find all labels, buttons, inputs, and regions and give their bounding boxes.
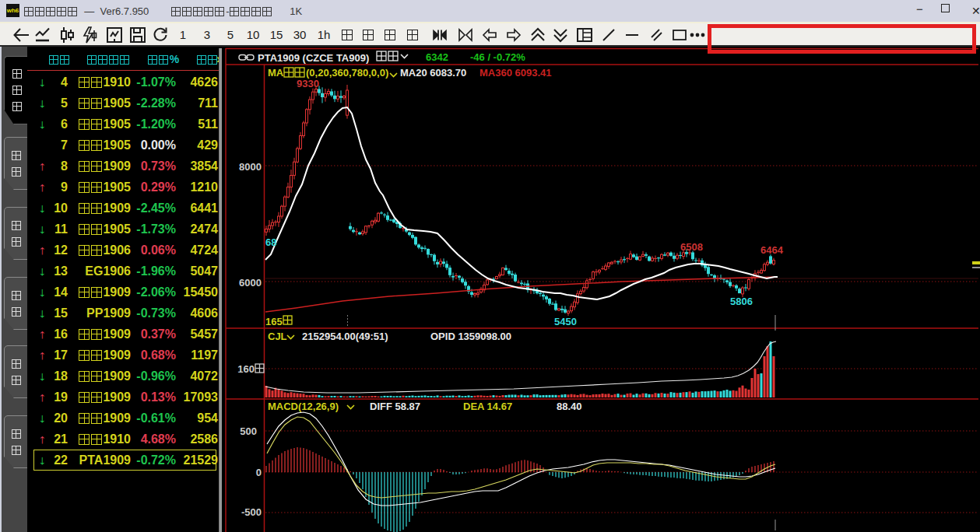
svg-text:5450: 5450: [554, 316, 577, 327]
svg-text:DIFF 58.87: DIFF 58.87: [370, 401, 420, 412]
svg-text:MA20 6083.70: MA20 6083.70: [400, 67, 466, 79]
svg-text:500: 500: [240, 425, 257, 437]
svg-text:6000: 6000: [239, 277, 262, 289]
svg-text:165: 165: [265, 316, 283, 327]
svg-text:MACD(12,26,9): MACD(12,26,9): [268, 401, 339, 412]
svg-text:160: 160: [237, 363, 255, 375]
svg-text:6342: 6342: [426, 51, 448, 63]
svg-text:MA360 6093.41: MA360 6093.41: [479, 67, 552, 79]
svg-text:8000: 8000: [239, 161, 262, 173]
svg-text:-500: -500: [241, 506, 262, 518]
svg-text:68: 68: [265, 236, 276, 248]
svg-text:5806: 5806: [730, 296, 753, 307]
svg-text:6464: 6464: [760, 244, 784, 256]
svg-text:6508: 6508: [680, 241, 703, 253]
svg-text:0: 0: [256, 467, 262, 478]
svg-text:OPID 1359098.00: OPID 1359098.00: [430, 331, 511, 342]
svg-text:PTA1909 (CZCE TA909): PTA1909 (CZCE TA909): [258, 52, 369, 64]
svg-text:-46 / -0.72%: -46 / -0.72%: [470, 51, 525, 63]
svg-text:88.40: 88.40: [557, 401, 582, 412]
svg-text:DEA 14.67: DEA 14.67: [463, 401, 512, 412]
svg-text:2152954.00(49:51): 2152954.00(49:51): [302, 331, 388, 342]
svg-text:9330: 9330: [297, 78, 319, 89]
svg-text:CJL: CJL: [268, 331, 287, 342]
svg-text:(0,20,360,780,0,0): (0,20,360,780,0,0): [306, 67, 388, 79]
svg-text:MA: MA: [268, 67, 284, 79]
